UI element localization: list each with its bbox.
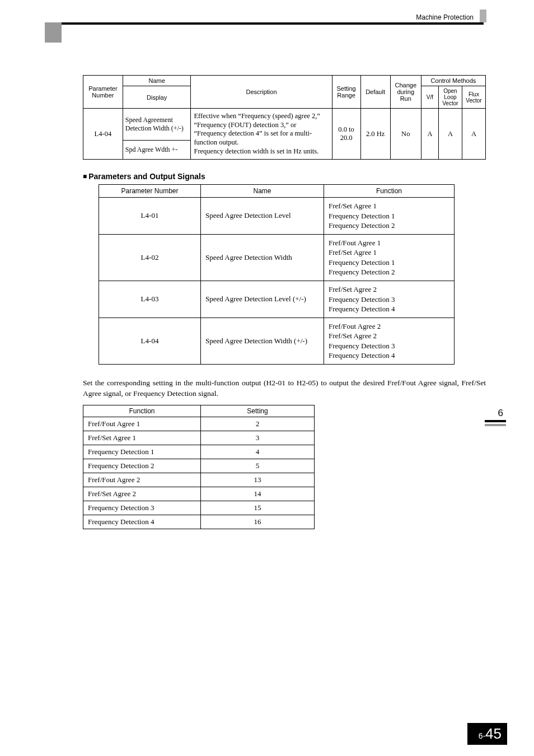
table-row: Fref/Fout Agree 213 [83,473,315,487]
col-range: Setting Range [332,76,360,109]
cell-name: Speed Agree Detection Level [201,198,324,235]
section-title: Parameters and Output Signals [88,172,205,181]
cell-pn: L4-03 [99,281,201,318]
cell-fn: Fref/Set Agree 1 [83,431,201,445]
table-row: Frequency Detection 25 [83,459,315,473]
col-setting: Setting [201,405,315,417]
cell-vf: A [421,109,438,160]
table-row: Fref/Set Agree 214 [83,487,315,501]
cell-change: No [390,109,421,160]
chapter-number: 6 [498,408,503,419]
body-paragraph: Set the corresponding setting in the mul… [83,378,486,399]
page-content: Parameter Number Name Description Settin… [83,75,486,529]
page-prefix: 6- [479,731,485,740]
col-name: Name [123,76,191,86]
table-row: Fref/Set Agree 13 [83,431,315,445]
cell-setting: 2 [201,417,315,431]
cell-fn: Frequency Detection 3 [83,501,201,515]
cell-fn: Fref/Fout Agree 2 [83,473,201,487]
side-tab-white [44,43,62,52]
cell-name: Speed Agree Detection Level (+/-) [201,281,324,318]
parameter-table: Parameter Number Name Description Settin… [83,75,486,160]
header-label: Machine Protection [416,13,474,21]
cell-fn: Fref/Fout Agree 1 [83,417,201,431]
cell-fn: Fref/Set Agree 1Frequency Detection 1Fre… [324,198,455,235]
col-control-methods: Control Methods [421,76,485,86]
cell-setting: 16 [201,515,315,529]
cell-pn: L4-02 [99,234,201,281]
cell-fn: Fref/Fout Agree 2Fref/Set Agree 2Frequen… [324,318,455,364]
col-vf: V/f [421,86,438,109]
col-olv: Open Loop Vector [438,86,462,109]
cell-setting: 15 [201,501,315,515]
cell-fn: Frequency Detection 4 [83,515,201,529]
cell-fn: Frequency Detection 1 [83,445,201,459]
cell-display: Spd Agree Wdth +- [123,141,191,160]
header-accent [480,10,486,22]
col-fn: Function [324,185,455,198]
table-row: Fref/Fout Agree 12 [83,417,315,431]
cell-setting: 5 [201,459,315,473]
cell-name: Speed Agree Detection Width [201,234,324,281]
col-fn: Function [83,405,201,417]
table-row: Frequency Detection 14 [83,445,315,459]
table-row: L4-04 Speed Agreement Detection Width (+… [83,109,486,141]
chapter-bar-2 [485,424,506,426]
cell-name: Speed Agree Detection Width (+/-) [201,318,324,364]
params-output-table: Parameter Number Name Function L4-01 Spe… [99,184,455,365]
col-change: Change during Run [390,76,421,109]
cell-setting: 14 [201,487,315,501]
table-row: Frequency Detection 416 [83,515,315,529]
function-setting-table: Function Setting Fref/Fout Agree 12 Fref… [83,405,315,529]
bullet-icon: ■ [83,172,87,180]
col-flux: Flux Vector [462,86,485,109]
cell-pn: L4-04 [99,318,201,364]
col-pn: Parameter Number [99,185,201,198]
cell-setting: 3 [201,431,315,445]
side-tab-grey [45,22,62,43]
page-number-tab: 6-45 [467,723,507,745]
col-name: Name [201,185,324,198]
cell-fn: Fref/Fout Agree 1Fref/Set Agree 1Frequen… [324,234,455,281]
table-row: L4-03 Speed Agree Detection Level (+/-) … [99,281,455,318]
header-rule [45,22,484,25]
cell-default: 2.0 Hz [360,109,390,160]
cell-flux: A [462,109,485,160]
cell-pn: L4-04 [83,109,123,160]
cell-pn: L4-01 [99,198,201,235]
col-desc: Description [191,76,332,109]
chapter-bar-1 [485,420,506,422]
col-default: Default [360,76,390,109]
cell-setting: 13 [201,473,315,487]
table-row: L4-04 Speed Agree Detection Width (+/-) … [99,318,455,364]
table-row: L4-01 Speed Agree Detection Level Fref/S… [99,198,455,235]
cell-fn: Frequency Detection 2 [83,459,201,473]
col-param-no: Parameter Number [83,76,123,109]
cell-fn: Fref/Set Agree 2Frequency Detection 3Fre… [324,281,455,318]
cell-setting: 4 [201,445,315,459]
cell-range: 0.0 to 20.0 [332,109,360,160]
table-row: Frequency Detection 315 [83,501,315,515]
cell-desc: Effective when “Frequency (speed) agree … [191,109,332,160]
cell-name: Speed Agreement Detection Width (+/-) [123,109,191,141]
page-number: 45 [485,725,502,742]
cell-fn: Fref/Set Agree 2 [83,487,201,501]
table-row: L4-02 Speed Agree Detection Width Fref/F… [99,234,455,281]
cell-olv: A [438,109,462,160]
col-display: Display [123,86,191,109]
section-heading: ■Parameters and Output Signals [83,172,486,181]
